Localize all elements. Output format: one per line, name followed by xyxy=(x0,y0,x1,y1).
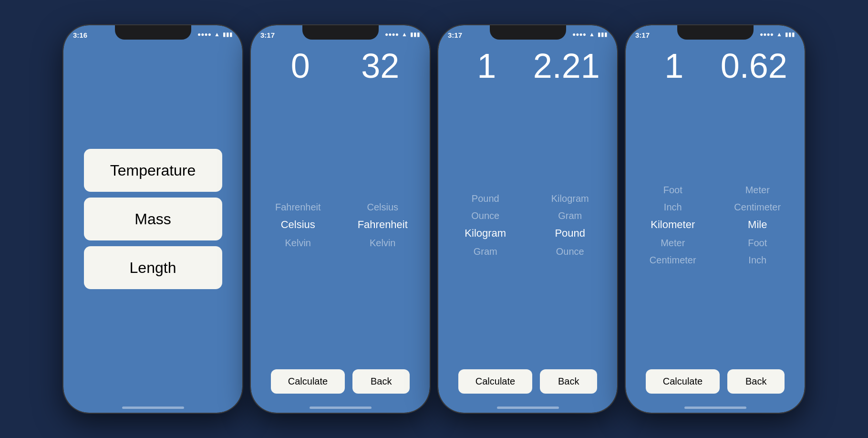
calculate-button-3[interactable]: Calculate xyxy=(458,369,532,394)
right-value-3: 2.21 xyxy=(533,46,600,85)
right-picker-2[interactable]: Celsius Fahrenheit Kelvin xyxy=(349,200,416,250)
left-value-4: 1 xyxy=(643,46,705,85)
values-row-2: 0 32 xyxy=(251,46,430,85)
right-picker-4[interactable]: Meter Centimeter Mile Foot Inch xyxy=(724,183,791,267)
signal-icon-4: ●●●● xyxy=(760,31,774,38)
home-indicator-2 xyxy=(310,407,372,409)
picker-row-2: Fahrenheit Celsius Kelvin Celsius Fahren… xyxy=(251,90,430,360)
left-selected-3: Kilogram xyxy=(465,226,506,241)
right-value-2: 32 xyxy=(349,46,411,85)
signal-icon-2: ●●●● xyxy=(385,31,399,38)
left-value-3: 1 xyxy=(455,46,517,85)
screen-4: 3:17 ●●●● ▲ ▮▮▮ 1 0.62 Foot Inch Kilomet… xyxy=(626,25,805,413)
battery-icon-2: ▮▮▮ xyxy=(410,31,420,38)
phone-3: 3:17 ●●●● ▲ ▮▮▮ 1 2.21 Pound Ounce Kilog… xyxy=(438,25,617,413)
left-selected-4: Kilometer xyxy=(651,218,695,232)
right-value-4: 0.62 xyxy=(721,46,787,85)
calculate-button-2[interactable]: Calculate xyxy=(271,369,345,394)
right-selected-4: Mile xyxy=(748,218,767,232)
wifi-icon: ▲ xyxy=(214,31,220,38)
left-below-3: Gram xyxy=(474,245,497,258)
battery-icon: ▮▮▮ xyxy=(223,31,233,38)
converter-screen-3: 1 2.21 Pound Ounce Kilogram Gram Kilogra… xyxy=(438,25,617,413)
left-above-3a: Pound xyxy=(472,192,499,205)
buttons-row-4: Calculate Back xyxy=(646,369,785,394)
home-indicator-1 xyxy=(122,407,184,409)
back-button-4[interactable]: Back xyxy=(727,369,785,394)
status-icons-1: ●●●● ▲ ▮▮▮ xyxy=(197,31,233,38)
time-3: 3:17 xyxy=(448,31,462,39)
calculate-button-4[interactable]: Calculate xyxy=(646,369,720,394)
left-picker-4[interactable]: Foot Inch Kilometer Meter Centimeter xyxy=(640,183,706,267)
right-above-4a: Meter xyxy=(745,183,770,197)
temperature-button[interactable]: Temperature xyxy=(84,149,222,192)
phone-1: 3:16 ●●●● ▲ ▮▮▮ Temperature Mass Length xyxy=(63,25,242,413)
right-below-3: Ounce xyxy=(556,245,584,258)
wifi-icon-3: ▲ xyxy=(589,31,595,38)
screen-1: 3:16 ●●●● ▲ ▮▮▮ Temperature Mass Length xyxy=(63,25,242,413)
left-above-2: Fahrenheit xyxy=(275,200,321,214)
wifi-icon-4: ▲ xyxy=(776,31,782,38)
battery-icon-4: ▮▮▮ xyxy=(785,31,795,38)
left-above-4b: Inch xyxy=(664,200,682,214)
picker-row-3: Pound Ounce Kilogram Gram Kilogram Gram … xyxy=(438,90,617,360)
length-button[interactable]: Length xyxy=(84,246,222,289)
right-above-3a: Kilogram xyxy=(551,192,589,205)
time-1: 3:16 xyxy=(73,31,87,39)
status-icons-3: ●●●● ▲ ▮▮▮ xyxy=(572,31,608,38)
left-picker-3[interactable]: Pound Ounce Kilogram Gram xyxy=(452,192,519,258)
screen-3: 3:17 ●●●● ▲ ▮▮▮ 1 2.21 Pound Ounce Kilog… xyxy=(438,25,617,413)
converter-screen-2: 0 32 Fahrenheit Celsius Kelvin Celsius F… xyxy=(251,25,430,413)
left-below-4: Meter xyxy=(661,236,685,250)
left-picker-2[interactable]: Fahrenheit Celsius Kelvin xyxy=(265,200,331,250)
notch-4 xyxy=(677,25,754,40)
notch-2 xyxy=(302,25,379,40)
time-2: 3:17 xyxy=(260,31,275,39)
home-indicator-3 xyxy=(497,407,559,409)
left-selected-2: Celsius xyxy=(281,218,315,232)
right-below-4b: Inch xyxy=(748,253,766,267)
right-above-4b: Centimeter xyxy=(734,200,781,214)
phone-4: 3:17 ●●●● ▲ ▮▮▮ 1 0.62 Foot Inch Kilomet… xyxy=(626,25,805,413)
back-button-3[interactable]: Back xyxy=(540,369,597,394)
mass-button[interactable]: Mass xyxy=(84,198,222,240)
signal-icon: ●●●● xyxy=(197,31,211,38)
right-above-2: Celsius xyxy=(367,200,398,214)
battery-icon-3: ▮▮▮ xyxy=(598,31,608,38)
converter-screen-4: 1 0.62 Foot Inch Kilometer Meter Centime… xyxy=(626,25,805,413)
left-above-4a: Foot xyxy=(663,183,682,197)
time-4: 3:17 xyxy=(635,31,650,39)
wifi-icon-2: ▲ xyxy=(402,31,407,38)
right-selected-2: Fahrenheit xyxy=(358,218,408,232)
right-below-4: Foot xyxy=(748,236,767,250)
left-below-4b: Centimeter xyxy=(650,253,696,267)
status-icons-4: ●●●● ▲ ▮▮▮ xyxy=(760,31,795,38)
home-indicator-4 xyxy=(684,407,746,409)
phone-2: 3:17 ●●●● ▲ ▮▮▮ 0 32 Fahrenheit Celsius … xyxy=(251,25,430,413)
buttons-row-3: Calculate Back xyxy=(458,369,597,394)
left-below-2: Kelvin xyxy=(285,236,311,250)
right-below-2: Kelvin xyxy=(370,236,395,250)
screen-2: 3:17 ●●●● ▲ ▮▮▮ 0 32 Fahrenheit Celsius … xyxy=(251,25,430,413)
signal-icon-3: ●●●● xyxy=(572,31,586,38)
menu-screen: Temperature Mass Length xyxy=(63,25,242,413)
right-selected-3: Pound xyxy=(555,226,585,241)
right-above-3b: Gram xyxy=(558,209,582,222)
status-icons-2: ●●●● ▲ ▮▮▮ xyxy=(385,31,420,38)
left-above-3b: Ounce xyxy=(471,209,499,222)
picker-row-4: Foot Inch Kilometer Meter Centimeter Met… xyxy=(626,90,805,360)
left-value-2: 0 xyxy=(269,46,331,85)
notch-1 xyxy=(115,25,191,40)
notch-3 xyxy=(490,25,566,40)
back-button-2[interactable]: Back xyxy=(352,369,410,394)
values-row-4: 1 0.62 xyxy=(626,46,805,85)
right-picker-3[interactable]: Kilogram Gram Pound Ounce xyxy=(537,192,603,258)
buttons-row-2: Calculate Back xyxy=(271,369,410,394)
values-row-3: 1 2.21 xyxy=(438,46,617,85)
